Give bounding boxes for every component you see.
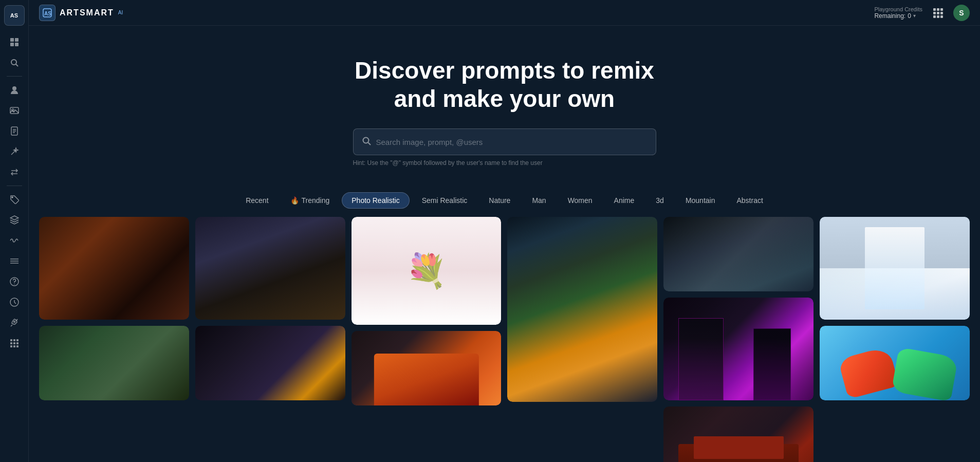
credits-value: 0 — [908, 12, 911, 20]
image-card-5[interactable] — [663, 298, 813, 400]
sidebar-logo: AS — [4, 5, 25, 26]
image-card-9[interactable] — [352, 331, 502, 405]
sidebar-item-tag[interactable] — [5, 190, 24, 209]
svg-rect-7 — [10, 107, 19, 114]
svg-rect-25 — [10, 342, 12, 344]
search-icon — [362, 136, 371, 147]
image-card-2[interactable] — [195, 217, 345, 320]
image-card-6[interactable] — [820, 217, 970, 320]
credits-section: Playground Credits Remaining: 0 ▾ — [874, 6, 922, 20]
image-card-12[interactable] — [820, 326, 970, 400]
sidebar-item-wave[interactable] — [5, 231, 24, 250]
search-container: Hint: Use the "@" symbol followed by the… — [353, 128, 656, 167]
svg-rect-26 — [13, 342, 15, 344]
tab-mountain[interactable]: Mountain — [676, 193, 725, 208]
credits-label: Playground Credits — [874, 6, 922, 12]
credits-remaining: Remaining: 0 ▾ — [874, 12, 922, 20]
svg-rect-39 — [933, 15, 936, 18]
svg-text:AS: AS — [44, 11, 51, 16]
svg-point-14 — [12, 197, 13, 198]
search-hint: Hint: Use the "@" symbol followed by the… — [353, 159, 656, 167]
topbar: AS ARTSMART AI Playground Credits Remain… — [29, 0, 980, 26]
main-content: AS ARTSMART AI Playground Credits Remain… — [29, 0, 980, 462]
brand-name: ARTSMART — [60, 8, 114, 17]
svg-rect-1 — [15, 38, 19, 42]
svg-rect-0 — [10, 38, 14, 42]
sidebar-item-layers[interactable] — [5, 211, 24, 229]
sidebar: AS — [0, 0, 29, 462]
image-card-11[interactable] — [663, 406, 813, 462]
tab-photo-realistic[interactable]: Photo Realistic — [342, 192, 409, 209]
svg-rect-29 — [13, 345, 15, 347]
tab-man[interactable]: Man — [523, 193, 555, 208]
sidebar-item-search[interactable] — [5, 53, 24, 72]
svg-rect-28 — [10, 345, 12, 347]
tab-recent[interactable]: Recent — [236, 193, 278, 208]
user-avatar[interactable]: S — [953, 5, 970, 21]
tab-abstract[interactable]: Abstract — [727, 193, 772, 208]
search-box — [353, 128, 656, 155]
svg-rect-30 — [16, 345, 19, 347]
svg-rect-3 — [15, 43, 19, 46]
tab-3d[interactable]: 3d — [646, 193, 673, 208]
svg-point-6 — [12, 86, 16, 90]
tab-semi-realistic[interactable]: Semi Realistic — [413, 193, 477, 208]
sidebar-item-grid[interactable] — [5, 33, 24, 51]
svg-line-43 — [368, 143, 371, 145]
sidebar-item-document[interactable] — [5, 122, 24, 140]
sidebar-item-apps[interactable] — [5, 334, 24, 353]
svg-rect-40 — [937, 15, 939, 18]
sidebar-divider-2 — [7, 186, 22, 186]
svg-point-19 — [14, 284, 15, 285]
tab-women[interactable]: Women — [559, 193, 602, 208]
grid-apps-button[interactable] — [930, 5, 946, 21]
sidebar-item-help[interactable] — [5, 272, 24, 291]
svg-rect-37 — [937, 12, 939, 14]
image-card-7[interactable] — [39, 326, 189, 400]
image-card-3[interactable]: 💐 — [352, 217, 502, 325]
svg-point-4 — [11, 60, 16, 65]
sidebar-item-image[interactable] — [5, 101, 24, 120]
sidebar-divider-1 — [7, 76, 22, 77]
svg-point-42 — [363, 138, 368, 143]
filter-tabs: Recent 🔥 Trending Photo Realistic Semi R… — [29, 182, 980, 217]
brand-logo: AS — [39, 5, 56, 21]
hero-title: Discover prompts to remix and make your … — [39, 57, 970, 113]
image-card-1[interactable] — [39, 217, 189, 320]
svg-rect-34 — [937, 8, 939, 11]
sidebar-item-list[interactable] — [5, 252, 24, 270]
search-input[interactable] — [376, 138, 648, 146]
brand: AS ARTSMART AI — [39, 5, 123, 21]
remaining-label: Remaining: — [874, 12, 905, 20]
svg-rect-41 — [940, 15, 943, 18]
svg-point-21 — [13, 321, 15, 323]
svg-rect-36 — [933, 12, 936, 14]
svg-rect-2 — [10, 43, 14, 46]
svg-line-5 — [16, 64, 18, 66]
svg-rect-33 — [933, 8, 936, 11]
sidebar-item-wand[interactable] — [5, 142, 24, 161]
tab-anime[interactable]: Anime — [605, 193, 644, 208]
svg-rect-38 — [940, 12, 943, 14]
svg-rect-27 — [16, 342, 19, 344]
tab-nature[interactable]: Nature — [479, 193, 520, 208]
tab-trending[interactable]: 🔥 Trending — [281, 193, 339, 208]
topbar-right: Playground Credits Remaining: 0 ▾ — [874, 5, 970, 21]
image-grid: 💐 — [29, 217, 980, 462]
svg-rect-35 — [940, 8, 943, 11]
fire-icon: 🔥 — [290, 196, 299, 205]
sidebar-item-person[interactable] — [5, 81, 24, 99]
brand-ai: AI — [118, 10, 123, 15]
hero-section: Discover prompts to remix and make your … — [29, 26, 980, 182]
image-card-4[interactable] — [507, 217, 657, 402]
svg-rect-23 — [13, 339, 15, 341]
svg-rect-24 — [16, 339, 19, 341]
sidebar-item-save[interactable] — [5, 293, 24, 311]
svg-rect-22 — [10, 339, 12, 341]
credits-dropdown-icon[interactable]: ▾ — [913, 13, 916, 19]
image-card-8[interactable] — [195, 326, 345, 400]
sidebar-item-rocket[interactable] — [5, 313, 24, 332]
sidebar-item-swap[interactable] — [5, 163, 24, 181]
image-card-10[interactable] — [663, 217, 813, 291]
